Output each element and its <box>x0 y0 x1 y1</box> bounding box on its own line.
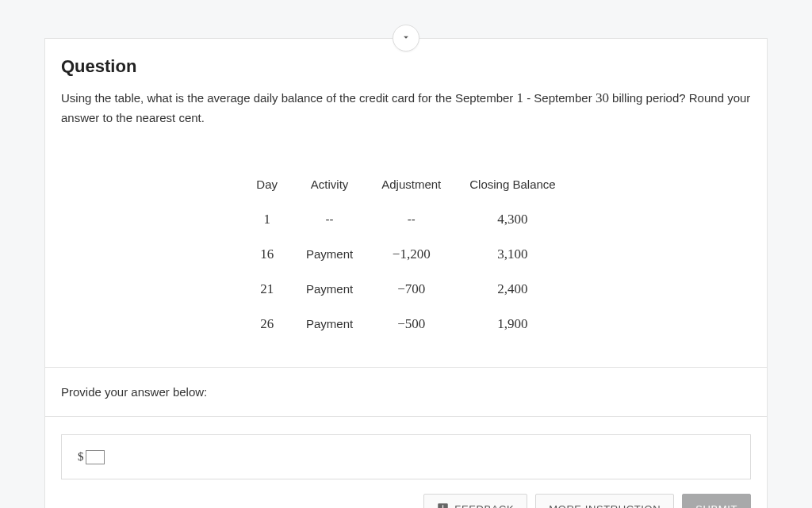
feedback-button[interactable]: FEEDBACK <box>423 494 527 508</box>
question-card: Question Using the table, what is the av… <box>44 38 768 508</box>
table-row: 16 Payment −1,200 3,100 <box>242 237 569 272</box>
col-activity: Activity <box>292 171 367 202</box>
chevron-down-icon <box>400 32 412 45</box>
col-adjustment: Adjustment <box>367 171 455 202</box>
submit-button[interactable]: SUBMIT <box>682 494 751 508</box>
more-instruction-button[interactable]: MORE INSTRUCTION <box>535 494 674 508</box>
col-day: Day <box>242 171 292 202</box>
table-header-row: Day Activity Adjustment Closing Balance <box>242 171 569 202</box>
currency-symbol: $ <box>78 450 84 463</box>
question-text: Using the table, what is the average dai… <box>61 88 751 128</box>
table-row: 26 Payment −500 1,900 <box>242 307 569 342</box>
question-title: Question <box>61 56 751 77</box>
provide-answer-label: Provide your answer below: <box>61 385 751 399</box>
expand-down-button[interactable] <box>393 25 419 52</box>
answer-box: $ <box>61 434 751 479</box>
balance-table: Day Activity Adjustment Closing Balance … <box>242 171 569 342</box>
table-row: 21 Payment −700 2,400 <box>242 272 569 307</box>
table-row: 1 -- -- 4,300 <box>242 202 569 237</box>
feedback-icon <box>437 502 449 508</box>
more-instruction-label: MORE INSTRUCTION <box>549 503 661 508</box>
col-balance: Closing Balance <box>455 171 569 202</box>
feedback-label: FEEDBACK <box>454 503 514 508</box>
answer-input[interactable] <box>86 450 105 464</box>
submit-label: SUBMIT <box>695 503 737 508</box>
